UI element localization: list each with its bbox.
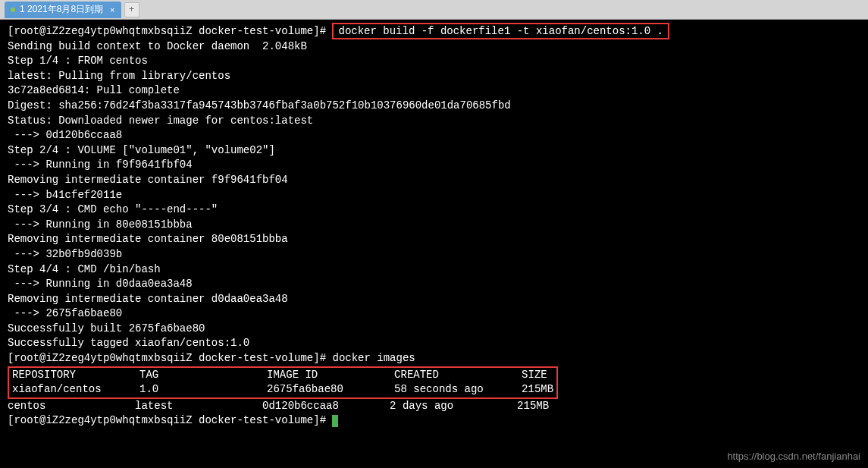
output-line: Step 2/4 : VOLUME ["volume01", "volume02… bbox=[8, 143, 860, 159]
status-dot-icon bbox=[11, 8, 15, 12]
output-line: ---> Running in 80e08151bbba bbox=[8, 218, 860, 233]
output-line: Removing intermediate container d0daa0ea… bbox=[8, 292, 860, 307]
close-icon[interactable]: × bbox=[110, 5, 114, 14]
output-line: Sending build context to Docker daemon 2… bbox=[8, 39, 860, 55]
new-tab-button[interactable]: + bbox=[124, 2, 139, 17]
terminal-tab[interactable]: 1 2021年8月8日到期 × bbox=[5, 2, 121, 18]
shell-prompt: [root@iZ2zeg4ytp0whqtmxbsqiiZ docker-tes… bbox=[8, 352, 332, 364]
output-line: Step 1/4 : FROM centos bbox=[8, 54, 860, 69]
output-line: Step 3/4 : CMD echo "----end----" bbox=[8, 203, 860, 218]
output-line: Removing intermediate container 80e08151… bbox=[8, 232, 860, 247]
output-line: ---> Running in f9f9641fbf04 bbox=[8, 158, 860, 173]
output-line: Step 4/4 : CMD /bin/bash bbox=[8, 262, 860, 278]
output-line: Successfully built 2675fa6bae80 bbox=[8, 322, 860, 337]
output-line: 3c72a8ed6814: Pull complete bbox=[8, 83, 860, 99]
output-line: Digest: sha256:76d24f3ba3317fa945743bb37… bbox=[8, 99, 860, 114]
terminal-output[interactable]: [root@iZ2zeg4ytp0whqtmxbsqiiZ docker-tes… bbox=[0, 20, 868, 468]
shell-prompt: [root@iZ2zeg4ytp0whqtmxbsqiiZ docker-tes… bbox=[8, 414, 332, 426]
images-command: docker images bbox=[332, 352, 415, 364]
tab-title: 1 2021年8月8日到期 bbox=[20, 3, 103, 16]
table-header-highlight: REPOSITORY TAG IMAGE ID CREATED SIZE xia… bbox=[8, 366, 558, 399]
output-line: Status: Downloaded newer image for cento… bbox=[8, 114, 860, 129]
cursor-icon bbox=[332, 415, 338, 427]
output-line: ---> Running in d0daa0ea3a48 bbox=[8, 277, 860, 292]
output-line: ---> 2675fa6bae80 bbox=[8, 306, 860, 322]
build-command-highlight: docker build -f dockerfile1 -t xiaofan/c… bbox=[332, 23, 669, 39]
output-line: ---> b41cfef2011e bbox=[8, 188, 860, 203]
watermark-text: https://blog.csdn.net/fanjianhai bbox=[727, 450, 860, 463]
table-row: centos latest 0d120b6ccaa8 2 days ago 21… bbox=[8, 399, 860, 414]
output-line: ---> 32b0fb9d039b bbox=[8, 247, 860, 262]
shell-prompt: [root@iZ2zeg4ytp0whqtmxbsqiiZ docker-tes… bbox=[8, 25, 332, 37]
tab-bar: 1 2021年8月8日到期 × + bbox=[0, 0, 868, 20]
table-header: REPOSITORY TAG IMAGE ID CREATED SIZE bbox=[12, 369, 547, 381]
output-line: Removing intermediate container f9f9641f… bbox=[8, 173, 860, 188]
table-row: xiaofan/centos 1.0 2675fa6bae80 58 secon… bbox=[12, 383, 553, 395]
output-line: ---> 0d120b6ccaa8 bbox=[8, 128, 860, 143]
output-line: latest: Pulling from library/centos bbox=[8, 69, 860, 84]
output-line: Successfully tagged xiaofan/centos:1.0 bbox=[8, 336, 860, 351]
